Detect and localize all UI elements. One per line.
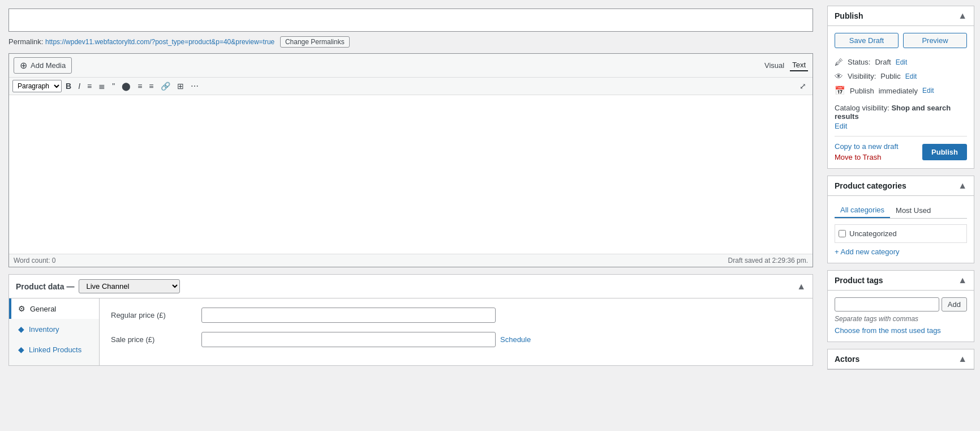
product-data-body: ⚙ General ◆ Inventory ◆ Linked Products (9, 298, 813, 365)
ordered-list-button[interactable]: ≣ (96, 80, 108, 92)
catalog-visibility-label: Catalog visibility: (835, 104, 889, 112)
post-title-wrap: paid stream (8, 8, 813, 32)
product-type-select[interactable]: Live Channel Simple product Grouped prod… (79, 279, 180, 293)
sale-price-input[interactable] (201, 332, 496, 347)
copy-draft-link[interactable]: Copy to a new draft (835, 142, 899, 151)
add-media-icon: ⊕ (20, 60, 27, 71)
sale-price-row: Sale price (£) Schedule (111, 332, 801, 347)
regular-price-input[interactable] (201, 308, 496, 323)
publish-metabox-body: Save Draft Preview 🖉 Status: Draft Edit … (828, 26, 974, 168)
publish-metabox: Publish ▲ Save Draft Preview 🖉 Status: D… (827, 6, 974, 169)
status-value: Draft (875, 58, 891, 66)
editor-statusbar: Word count: 0 Draft saved at 2:29:36 pm. (9, 254, 813, 267)
align-center-button[interactable]: ≡ (135, 80, 145, 92)
move-trash-link[interactable]: Move to Trash (835, 153, 899, 161)
pd-tab-general-label: General (30, 305, 56, 313)
visibility-row: 👁 Visibility: Public Edit (835, 69, 967, 83)
product-data-title: Product data — (16, 282, 74, 291)
category-item-uncategorized: Uncategorized (839, 228, 963, 239)
product-tags-title: Product tags (835, 276, 883, 285)
product-data-header[interactable]: Product data — Live Channel Simple produ… (9, 275, 813, 298)
visibility-edit-link[interactable]: Edit (905, 72, 917, 80)
publish-meta: 🖉 Status: Draft Edit 👁 Visibility: Publi… (835, 55, 967, 98)
more-button[interactable]: ⋯ (188, 80, 201, 92)
blockquote-button[interactable]: " (109, 80, 118, 92)
pd-tab-inventory[interactable]: ◆ Inventory (9, 319, 99, 339)
save-draft-button[interactable]: Save Draft (835, 33, 899, 48)
publish-time-label: Publish (850, 87, 874, 95)
italic-button[interactable]: I (75, 80, 83, 92)
add-media-label: Add Media (31, 61, 66, 70)
schedule-link[interactable]: Schedule (500, 335, 531, 344)
permalink-url[interactable]: https://wpdev11.webfactoryltd.com/?post_… (45, 38, 274, 46)
change-permalinks-button[interactable]: Change Permalinks (280, 36, 350, 48)
catalog-visibility-edit-link[interactable]: Edit (835, 122, 967, 130)
tab-all-categories[interactable]: All categories (835, 203, 890, 218)
preview-button[interactable]: Preview (903, 33, 967, 48)
tags-choose-link[interactable]: Choose from the most used tags (835, 326, 941, 335)
sale-price-label: Sale price (£) (111, 335, 201, 344)
product-tags-body: Add Separate tags with commas Choose fro… (828, 291, 974, 342)
editor-wrap: ⊕ Add Media Visual Text Paragraph B I ≡ … (8, 53, 813, 267)
sidebar: Publish ▲ Save Draft Preview 🖉 Status: D… (822, 0, 980, 431)
tab-most-used[interactable]: Most Used (890, 203, 936, 218)
editor-view-tabs: Visual Text (762, 59, 808, 71)
product-categories-toggle[interactable]: ▲ (958, 181, 967, 191)
product-categories-metabox: Product categories ▲ All categories Most… (827, 176, 974, 263)
inventory-icon: ◆ (18, 325, 24, 334)
tags-hint: Separate tags with commas (835, 315, 967, 323)
align-left-button[interactable]: ⬤ (119, 80, 134, 92)
publish-time-edit-link[interactable]: Edit (922, 87, 934, 95)
pd-tab-general[interactable]: ⚙ General (9, 298, 99, 319)
post-title-input[interactable]: paid stream (8, 8, 813, 32)
publish-footer: Copy to a new draft Move to Trash Publis… (835, 136, 967, 161)
tags-input[interactable] (835, 297, 939, 311)
align-right-button[interactable]: ≡ (146, 80, 156, 92)
permalink-wrap: Permalink: https://wpdev11.webfactoryltd… (8, 36, 813, 48)
regular-price-label: Regular price (£) (111, 311, 201, 319)
publish-toggle-button[interactable]: ▲ (958, 11, 967, 21)
tags-input-row: Add (835, 297, 967, 311)
publish-button[interactable]: Publish (922, 144, 967, 160)
word-count: Word count: 0 (14, 257, 55, 264)
product-tags-header[interactable]: Product tags ▲ (828, 271, 974, 291)
category-checkbox-uncategorized[interactable] (839, 230, 846, 237)
publish-time-row: 📅 Publish immediately Edit (835, 83, 967, 98)
category-label-uncategorized[interactable]: Uncategorized (849, 229, 897, 238)
actors-metabox: Actors ▲ (827, 349, 974, 370)
product-tags-toggle[interactable]: ▲ (958, 275, 967, 285)
status-icon: 🖉 (835, 57, 843, 67)
actors-header[interactable]: Actors ▲ (828, 349, 974, 369)
publish-metabox-header[interactable]: Publish ▲ (828, 6, 974, 26)
paragraph-select[interactable]: Paragraph (12, 80, 62, 92)
publish-time-value: immediately (879, 87, 918, 95)
product-categories-title: Product categories (835, 181, 906, 190)
add-media-button[interactable]: ⊕ Add Media (14, 57, 72, 74)
bold-button[interactable]: B (63, 80, 74, 92)
catalog-visibility-wrap: Catalog visibility: Shop and search resu… (835, 104, 967, 130)
pd-tab-linked-products[interactable]: ◆ Linked Products (9, 339, 99, 360)
tab-visual[interactable]: Visual (762, 59, 786, 71)
product-categories-header[interactable]: Product categories ▲ (828, 176, 974, 196)
status-edit-link[interactable]: Edit (896, 58, 908, 66)
link-button[interactable]: 🔗 (158, 80, 173, 92)
table-button[interactable]: ⊞ (174, 80, 187, 92)
tab-text[interactable]: Text (790, 59, 808, 71)
tags-add-button[interactable]: Add (942, 297, 967, 311)
fullscreen-button[interactable]: ⤢ (797, 80, 809, 92)
editor-body[interactable] (9, 95, 813, 254)
status-row: 🖉 Status: Draft Edit (835, 55, 967, 69)
product-data-controls: Product data — Live Channel Simple produ… (16, 279, 180, 293)
editor-toolbar: Paragraph B I ≡ ≣ " ⬤ ≡ ≡ 🔗 ⊞ ⋯ ⤢ (9, 78, 813, 95)
add-category-link[interactable]: + Add new category (835, 247, 900, 256)
product-data-collapse-button[interactable]: ▲ (797, 281, 806, 292)
general-icon: ⚙ (18, 304, 25, 313)
category-list: Uncategorized (835, 224, 967, 243)
product-tags-metabox: Product tags ▲ Add Separate tags with co… (827, 270, 974, 342)
product-data-tabs: ⚙ General ◆ Inventory ◆ Linked Products (9, 298, 100, 365)
actors-toggle[interactable]: ▲ (958, 354, 967, 364)
publish-time-icon: 📅 (835, 86, 845, 96)
publish-metabox-title: Publish (835, 11, 863, 20)
publish-footer-left: Copy to a new draft Move to Trash (835, 142, 899, 161)
unordered-list-button[interactable]: ≡ (84, 80, 94, 92)
